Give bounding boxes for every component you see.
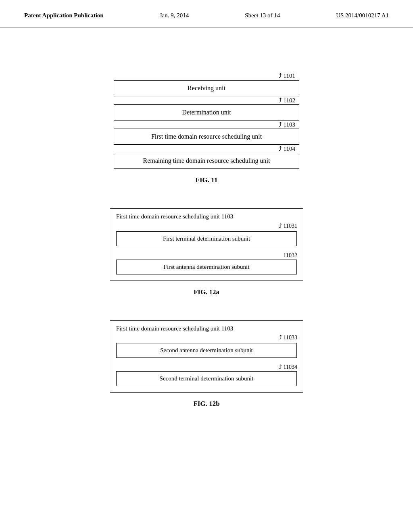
remaining-time-domain-block: Remaining time domain resource schedulin… <box>114 153 299 169</box>
determination-unit-label: Determination unit <box>182 109 231 116</box>
fig12a-container: First time domain resource scheduling un… <box>32 208 381 312</box>
fig12a-subunit1-label: First terminal determination subunit <box>163 235 250 242</box>
publication-date: Jan. 9, 2014 <box>160 12 189 19</box>
label-1103: ⤴ 1103 <box>114 121 299 128</box>
determination-unit-block: Determination unit <box>114 104 299 121</box>
fig12a-subunit1-block: First terminal determination subunit <box>116 231 297 246</box>
unit-1101-wrapper: ⤴ 1101 Receiving unit <box>114 73 299 96</box>
fig12a-caption: FIG. 12a <box>194 288 219 296</box>
fig12a-subunit2-label: First antenna determination subunit <box>164 264 250 270</box>
fig12b-subunit2-label: Second terminal determination subunit <box>160 375 254 382</box>
fig12a-outer-title: First time domain resource scheduling un… <box>116 213 233 220</box>
page-content: ⤴ 1101 Receiving unit ⤴ 1102 Determinati… <box>0 31 413 448</box>
fig12a-subunit2-block: First antenna determination subunit <box>116 260 297 274</box>
fig11-container: ⤴ 1101 Receiving unit ⤴ 1102 Determinati… <box>32 72 381 200</box>
unit-1103-wrapper: ⤴ 1103 First time domain resource schedu… <box>114 121 299 145</box>
label-1101: ⤴ 1101 <box>114 73 299 79</box>
label-11033: ⤴ 11033 <box>110 335 303 341</box>
fig12b-subunit1-label: Second antenna determination subunit <box>160 347 253 353</box>
fig12b-caption: FIG. 12b <box>193 400 219 408</box>
patent-number: US 2014/0010217 A1 <box>336 12 389 19</box>
label-1104: ⤴ 1104 <box>114 145 299 152</box>
unit-1102-wrapper: ⤴ 1102 Determination unit <box>114 97 299 121</box>
label-11032: 11032 <box>110 252 303 259</box>
fig12b-header: First time domain resource scheduling un… <box>110 321 303 335</box>
fig11-caption: FIG. 11 <box>196 176 218 184</box>
fig12b-subunit1-block: Second antenna determination subunit <box>116 343 297 358</box>
fig12b-diagram: First time domain resource scheduling un… <box>110 320 303 393</box>
fig11-diagram: ⤴ 1101 Receiving unit ⤴ 1102 Determinati… <box>114 72 299 169</box>
receiving-unit-label: Receiving unit <box>188 85 225 91</box>
fig12b-container: First time domain resource scheduling un… <box>32 320 381 424</box>
remaining-time-domain-label: Remaining time domain resource schedulin… <box>143 157 270 164</box>
label-11034: ⤴ 11034 <box>110 364 303 370</box>
fig12b-outer-title: First time domain resource scheduling un… <box>116 325 233 332</box>
fig12a-header: First time domain resource scheduling un… <box>110 209 303 223</box>
page-header: Patent Application Publication Jan. 9, 2… <box>0 0 413 27</box>
first-time-domain-label: First time domain resource scheduling un… <box>151 133 262 140</box>
first-time-domain-block: First time domain resource scheduling un… <box>114 129 299 145</box>
sheet-info: Sheet 13 of 14 <box>245 12 280 19</box>
unit-1104-wrapper: ⤴ 1104 Remaining time domain resource sc… <box>114 145 299 169</box>
fig12b-subunit2-block: Second terminal determination subunit <box>116 371 297 386</box>
label-1102: ⤴ 1102 <box>114 97 299 104</box>
publication-label: Patent Application Publication <box>24 12 104 19</box>
label-11031: ⤴ 11031 <box>110 223 303 229</box>
fig12a-diagram: First time domain resource scheduling un… <box>110 208 303 281</box>
receiving-unit-block: Receiving unit <box>114 80 299 96</box>
